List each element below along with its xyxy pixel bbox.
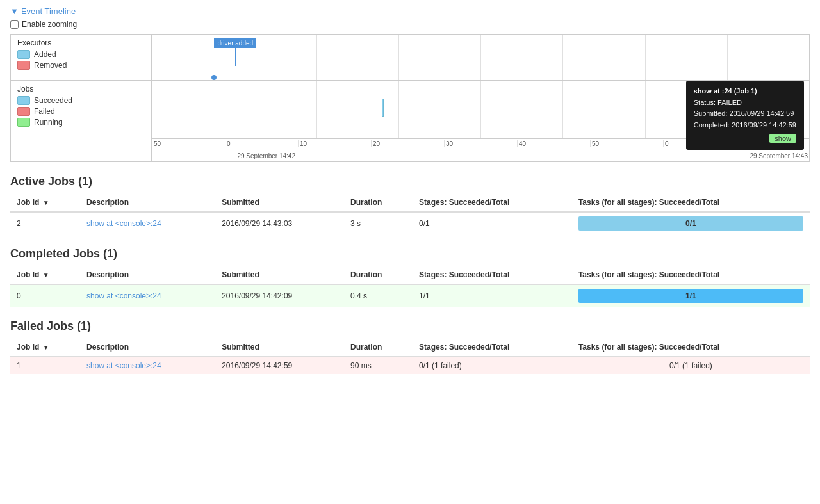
x-tick-10: 10 — [298, 140, 371, 147]
x-tick-40: 40 — [517, 140, 590, 147]
tooltip-completed: Completed: 2016/09/29 14:42:59 — [694, 120, 796, 131]
active-jobs-header-row: Job Id ▼ Description Submitted Duration … — [10, 193, 810, 212]
legend-item-failed: Failed — [17, 107, 145, 116]
completed-job-id: 0 — [10, 284, 80, 307]
failed-job-row-0: 1 show at <console>:24 2016/09/29 14:42:… — [10, 357, 810, 374]
failed-jobs-col-desc[interactable]: Description — [80, 338, 215, 357]
failed-job-tasks: 0/1 (1 failed) — [572, 357, 810, 374]
active-jobs-col-id[interactable]: Job Id ▼ — [10, 193, 80, 212]
failed-job-duration: 90 ms — [344, 357, 413, 374]
active-jobs-col-tasks: Tasks (for all stages): Succeeded/Total — [572, 193, 810, 212]
active-jobs-table: Job Id ▼ Description Submitted Duration … — [10, 193, 810, 234]
failed-jobs-table: Job Id ▼ Description Submitted Duration … — [10, 338, 810, 374]
completed-jobs-col-submitted: Submitted — [215, 266, 344, 284]
timeline-label-col: Executors Added Removed Jobs Succ — [11, 35, 152, 161]
active-job-stages: 0/1 — [413, 212, 572, 234]
x-axis-date-left: 29 September 14:42 — [237, 152, 295, 159]
completed-jobs-col-stages: Stages: Succeeded/Total — [413, 266, 572, 284]
completed-job-stages: 1/1 — [413, 284, 572, 307]
legend-box-removed — [17, 61, 30, 70]
driver-dot — [211, 75, 217, 80]
legend-item-removed: Removed — [17, 61, 145, 70]
failed-job-id: 1 — [10, 357, 80, 374]
legend-box-running — [17, 118, 30, 127]
x-axis-date-right: 29 September 14:43 — [750, 152, 808, 159]
failed-jobs-col-id[interactable]: Job Id ▼ — [10, 338, 80, 357]
failed-job-submitted: 2016/09/29 14:42:59 — [215, 357, 344, 374]
x-tick-20: 20 — [371, 140, 444, 147]
x-tick-50b: 50 — [590, 140, 663, 147]
failed-jobs-col-stages: Stages: Succeeded/Total — [413, 338, 572, 357]
active-job-desc: show at <console>:24 — [80, 212, 215, 234]
legend-item-succeeded: Succeeded — [17, 96, 145, 105]
legend-item-running: Running — [17, 118, 145, 127]
failed-job-stages: 0/1 (1 failed) — [413, 357, 572, 374]
enable-zoom-row: Enable zooming — [10, 20, 810, 29]
tooltip-submitted: Submitted: 2016/09/29 14:42:59 — [694, 108, 796, 120]
job-bar-blue — [382, 99, 384, 117]
failed-jobs-header-row: Job Id ▼ Description Submitted Duration … — [10, 338, 810, 357]
driver-added-box: driver added — [214, 38, 256, 48]
failed-job-desc: show at <console>:24 — [80, 357, 215, 374]
legend-item-added: Added — [17, 50, 145, 59]
active-job-id: 2 — [10, 212, 80, 234]
legend-box-failed — [17, 107, 30, 116]
failed-jobs-heading: Failed Jobs (1) — [10, 320, 810, 333]
executors-label: Executors — [17, 38, 145, 47]
x-tick-0: 0 — [225, 140, 298, 147]
completed-jobs-col-duration: Duration — [344, 266, 413, 284]
active-jobs-col-duration: Duration — [344, 193, 413, 212]
active-jobs-col-submitted: Submitted — [215, 193, 344, 212]
x-tick-30: 30 — [444, 140, 517, 147]
job-tooltip: show at :24 (Job 1) Status: FAILED Submi… — [686, 81, 804, 150]
active-jobs-col-desc[interactable]: Description — [80, 193, 215, 212]
tooltip-title: show at :24 (Job 1) — [694, 86, 796, 97]
enable-zoom-checkbox[interactable] — [10, 20, 19, 29]
completed-jobs-col-id[interactable]: Job Id ▼ — [10, 266, 80, 284]
failed-jobs-col-duration: Duration — [344, 338, 413, 357]
tooltip-show-btn[interactable]: show — [769, 134, 796, 143]
completed-jobs-table: Job Id ▼ Description Submitted Duration … — [10, 266, 810, 307]
active-jobs-col-stages: Stages: Succeeded/Total — [413, 193, 572, 212]
event-timeline-title[interactable]: ▼ Event Timeline — [10, 6, 810, 16]
legend-box-succeeded — [17, 96, 30, 105]
failed-jobs-col-tasks: Tasks (for all stages): Succeeded/Total — [572, 338, 810, 357]
active-job-duration: 3 s — [344, 212, 413, 234]
tooltip-status: Status: FAILED — [694, 97, 796, 109]
completed-jobs-header-row: Job Id ▼ Description Submitted Duration … — [10, 266, 810, 284]
active-job-submitted: 2016/09/29 14:43:03 — [215, 212, 344, 234]
timeline-container: Executors Added Removed Jobs Succ — [10, 34, 810, 162]
completed-job-duration: 0.4 s — [344, 284, 413, 307]
completed-jobs-heading: Completed Jobs (1) — [10, 247, 810, 261]
legend-box-added — [17, 50, 30, 59]
active-jobs-heading: Active Jobs (1) — [10, 175, 810, 188]
jobs-label: Jobs — [17, 85, 145, 93]
timeline-collapse-arrow: ▼ — [10, 6, 19, 16]
completed-job-tasks: 1/1 — [572, 284, 810, 307]
active-job-progress-bar: 0/1 — [578, 216, 803, 231]
driver-added-marker: driver added — [214, 38, 256, 66]
completed-job-progress-bar: 1/1 — [578, 289, 803, 303]
completed-job-desc: show at <console>:24 — [80, 284, 215, 307]
completed-job-submitted: 2016/09/29 14:42:09 — [215, 284, 344, 307]
completed-job-row-0: 0 show at <console>:24 2016/09/29 14:42:… — [10, 284, 810, 307]
failed-jobs-col-submitted: Submitted — [215, 338, 344, 357]
active-job-row-0: 2 show at <console>:24 2016/09/29 14:43:… — [10, 212, 810, 234]
completed-jobs-col-desc[interactable]: Description — [80, 266, 215, 284]
completed-jobs-col-tasks: Tasks (for all stages): Succeeded/Total — [572, 266, 810, 284]
x-tick-50: 50 — [152, 140, 225, 147]
timeline-chart-col: driver added — [152, 35, 809, 161]
active-job-tasks: 0/1 — [572, 212, 810, 234]
